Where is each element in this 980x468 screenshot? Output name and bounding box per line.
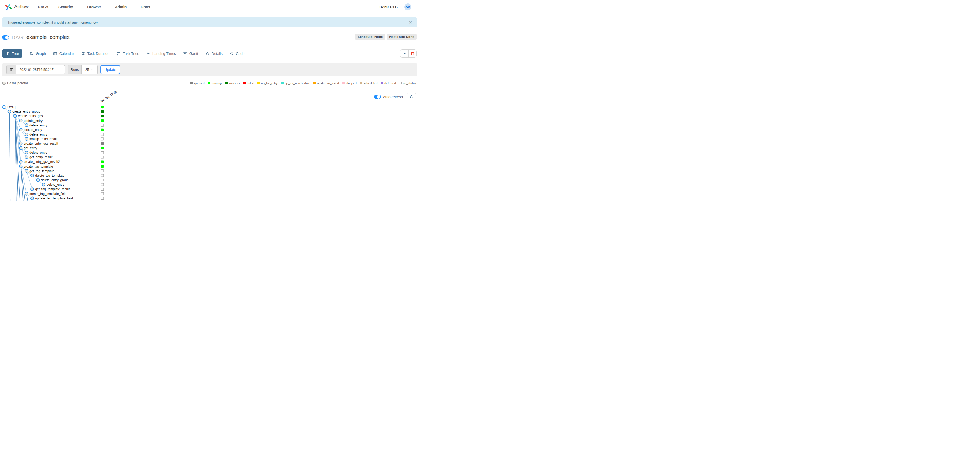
next-run-badge: Next Run: None xyxy=(387,34,417,40)
tree-node-create-entry-gcs-result[interactable] xyxy=(19,142,22,145)
tree-node-label[interactable]: [DAG] xyxy=(7,105,16,109)
calendar-addon[interactable] xyxy=(6,65,16,74)
tree-node-get-entry[interactable] xyxy=(19,146,22,149)
user-menu[interactable]: AA xyxy=(404,3,416,10)
tree-node-label[interactable]: create_tag_template_field xyxy=(29,192,66,196)
delete-dag-button[interactable] xyxy=(409,50,417,57)
tree-node-label[interactable]: create_entry_gcs_result2 xyxy=(24,160,60,163)
tab-gantt[interactable]: Gantt xyxy=(183,52,198,56)
task-status-queued[interactable] xyxy=(101,142,103,145)
task-status-running[interactable] xyxy=(101,119,103,122)
task-status-no_status[interactable] xyxy=(101,188,103,190)
base-date-input[interactable] xyxy=(16,65,65,74)
tree-node-delete-entry-group[interactable] xyxy=(37,179,39,181)
tab-calendar[interactable]: Calendar xyxy=(53,52,74,56)
tree-node-get-tag-template[interactable] xyxy=(25,170,28,172)
tree-node-label[interactable]: update_tag_template_field xyxy=(35,197,73,200)
tree-node-update-entry[interactable] xyxy=(19,119,22,122)
status-label: success xyxy=(229,81,240,85)
num-runs-select[interactable]: 25 xyxy=(81,65,98,74)
tree-node-delete-tag-template[interactable] xyxy=(31,174,34,177)
tree-node-label[interactable]: create_entry_gcs xyxy=(18,114,43,118)
nav-item-docs[interactable]: Docs xyxy=(141,5,154,9)
task-status-no_status[interactable] xyxy=(101,151,103,154)
tree-node-label[interactable]: delete_entry xyxy=(29,124,47,127)
tree-node-get-tag-template-result[interactable] xyxy=(31,188,34,190)
tree-node-label[interactable]: lookup_entry_result xyxy=(29,137,57,141)
tree-node-label[interactable]: create_entry_group xyxy=(12,109,40,113)
task-status-running[interactable] xyxy=(101,160,103,163)
task-status-no_status[interactable] xyxy=(101,192,103,195)
nav-item-admin[interactable]: Admin xyxy=(115,5,131,9)
tree-node-dag[interactable] xyxy=(2,105,5,108)
trigger-dag-button[interactable] xyxy=(400,50,409,57)
tab-task-tries[interactable]: Task Tries xyxy=(117,52,139,56)
nav-item-security[interactable]: Security xyxy=(58,5,77,9)
task-status-no_status[interactable] xyxy=(101,179,103,181)
tree-node-label[interactable]: delete_tag_template xyxy=(35,174,64,178)
airflow-logo-icon[interactable] xyxy=(4,2,13,11)
task-status-running[interactable] xyxy=(101,129,103,131)
tree-node-label[interactable]: create_tag_template xyxy=(24,165,53,168)
view-tabs-row: TreeGraphCalendarTask DurationTask Tries… xyxy=(2,49,417,58)
tree-node-delete-entry[interactable] xyxy=(25,151,28,154)
nav-item-dags[interactable]: DAGs xyxy=(38,5,48,9)
tree-node-label[interactable]: delete_entry xyxy=(46,183,64,187)
update-button[interactable]: Update xyxy=(100,65,120,74)
task-status-success[interactable] xyxy=(101,115,103,117)
tree-node-update-tag-template-field[interactable] xyxy=(31,197,34,200)
tree-node-delete-entry[interactable] xyxy=(25,124,28,127)
tree-node-label[interactable]: get_entry xyxy=(24,146,37,150)
tree-node-label[interactable]: get_tag_template xyxy=(29,169,54,173)
nav-item-browse[interactable]: Browse xyxy=(87,5,105,9)
tab-tree[interactable]: Tree xyxy=(2,49,22,58)
tree-node-create-entry-group[interactable] xyxy=(8,110,11,113)
task-status-no_status[interactable] xyxy=(101,138,103,140)
task-status-success[interactable] xyxy=(101,110,103,113)
clock-dropdown[interactable]: 16:50 UTC xyxy=(379,5,402,9)
tree-node-label[interactable]: get_entry_result xyxy=(29,155,53,159)
task-status-no_status[interactable] xyxy=(101,174,103,177)
tree-node-delete-entry[interactable] xyxy=(25,133,28,136)
task-status-no_status[interactable] xyxy=(101,170,103,172)
tree-node-create-tag-template[interactable] xyxy=(19,165,22,168)
task-status-no_status[interactable] xyxy=(101,183,103,186)
task-status-running[interactable] xyxy=(101,147,103,149)
tree-node-label[interactable]: create_entry_gcs_result xyxy=(24,142,58,145)
tree-node-label[interactable]: delete_entry xyxy=(29,151,47,154)
tree-node-label[interactable]: lookup_entry xyxy=(24,128,42,132)
tab-code[interactable]: Code xyxy=(230,52,245,56)
tree-edge xyxy=(27,171,32,189)
tree-node-delete-entry[interactable] xyxy=(42,183,45,186)
tree-node-create-entry-gcs[interactable] xyxy=(14,115,17,117)
auto-refresh-toggle[interactable] xyxy=(374,95,381,99)
tree-node-create-tag-template-field[interactable] xyxy=(25,192,28,195)
tree-node-get-entry-result[interactable] xyxy=(25,156,28,159)
close-icon[interactable]: × xyxy=(409,20,412,25)
dag-prefix-label: DAG: xyxy=(11,35,25,41)
task-status-no_status[interactable] xyxy=(101,156,103,159)
tree-node-lookup-entry[interactable] xyxy=(19,128,22,131)
tree-node-label[interactable]: delete_entry_group xyxy=(41,178,69,182)
code-icon xyxy=(230,52,234,56)
refresh-button[interactable] xyxy=(407,93,416,100)
tab-task-duration[interactable]: Task Duration xyxy=(81,52,110,56)
task-status-no_status[interactable] xyxy=(101,197,103,200)
tree-node-label[interactable]: delete_entry xyxy=(29,133,47,136)
caret-down-icon xyxy=(151,6,154,8)
tree-node-lookup-entry-result[interactable] xyxy=(25,137,28,140)
tree-node-label[interactable]: update_entry xyxy=(24,119,43,123)
trash-icon xyxy=(410,52,415,56)
tree-node-create-entry-gcs-result2[interactable] xyxy=(19,160,22,163)
dag-pause-toggle[interactable] xyxy=(2,35,9,40)
run-status-running[interactable] xyxy=(101,106,103,108)
tab-landing-times[interactable]: Landing Times xyxy=(146,52,176,56)
tab-graph[interactable]: Graph xyxy=(30,52,46,56)
task-status-no_status[interactable] xyxy=(101,133,103,136)
task-status-no_status[interactable] xyxy=(101,124,103,127)
brand-title[interactable]: Airflow xyxy=(14,4,29,10)
tab-details[interactable]: Details xyxy=(205,52,223,56)
task-status-running[interactable] xyxy=(101,165,103,168)
tree-node-label[interactable]: get_tag_template_result xyxy=(35,187,70,191)
bash-operator-label: BashOperator xyxy=(7,81,28,85)
